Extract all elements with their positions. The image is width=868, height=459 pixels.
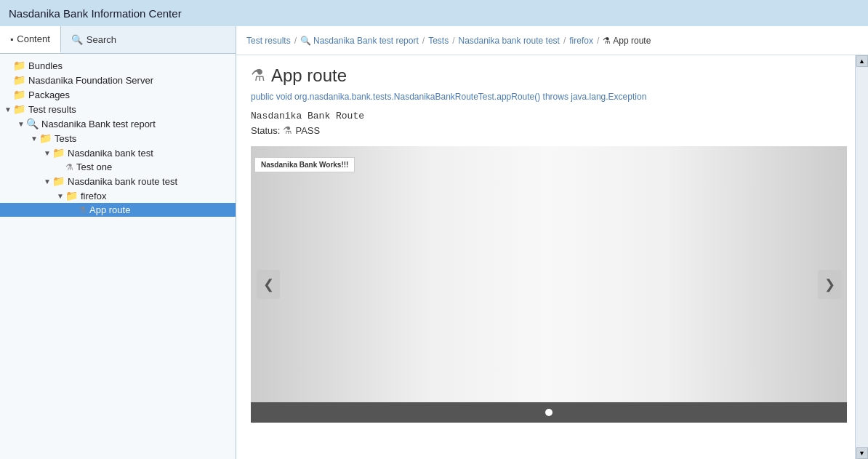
tree-indent xyxy=(0,89,4,100)
sidebar-tabs: ▪ Content 🔍 Search xyxy=(0,26,236,54)
breadcrumb-item-nasdanika-bank-route-test[interactable]: Nasdanika bank route test xyxy=(458,36,559,46)
tree-item-test-one[interactable]: ⚗Test one xyxy=(0,160,236,174)
breadcrumb-label: firefox xyxy=(569,36,593,46)
right-scrollbar[interactable]: ▲ ▼ xyxy=(855,55,868,459)
folder-icon: 📁 xyxy=(52,175,65,187)
tree-toggle: ▼ xyxy=(31,135,39,143)
breadcrumb-item-firefox[interactable]: firefox xyxy=(569,36,593,46)
tree-indent xyxy=(0,133,31,144)
breadcrumb-item-nasdanika-bank-test-report[interactable]: 🔍Nasdanika Bank test report xyxy=(300,36,419,46)
tree-item-nasdanika-bank-test-report[interactable]: ▼🔍Nasdanika Bank test report xyxy=(0,116,236,131)
screenshot-carousel: Nasdanika Bank Works!!! ❮ ❯ xyxy=(251,146,847,423)
page-title-icon: ⚗ xyxy=(251,66,265,85)
tree-item-label: App route xyxy=(89,204,130,215)
tree-indent xyxy=(0,75,4,86)
breadcrumb-item-app-route: ⚗App route xyxy=(603,36,651,46)
breadcrumb-label: Test results xyxy=(246,36,291,46)
tree-toggle: ▼ xyxy=(17,120,26,128)
main-content: ⚗ App route public void org.nasdanika.ba… xyxy=(236,55,855,459)
tree-item-tests[interactable]: ▼📁Tests xyxy=(0,131,236,145)
breadcrumb-item-tests[interactable]: Tests xyxy=(428,36,449,46)
test-icon: ⚗ xyxy=(79,205,87,215)
tree-indent xyxy=(0,119,17,129)
folder-icon: 📁 xyxy=(13,74,25,86)
tree-item-label: Nasdanika Bank test report xyxy=(41,119,156,129)
scroll-track xyxy=(856,67,868,447)
bank-route-text: Nasdanika Bank Route xyxy=(251,111,840,121)
content-tab-icon: ▪ xyxy=(10,34,13,44)
tree-item-label: Packages xyxy=(28,89,70,100)
search-icon: 🔍 xyxy=(71,34,83,45)
app-title: Nasdanika Bank Information Center xyxy=(9,7,182,20)
tree-item-label: Test results xyxy=(28,104,76,115)
breadcrumb-label: App route xyxy=(613,36,651,46)
breadcrumb-label: Nasdanika bank route test xyxy=(458,36,559,46)
sidebar: ▪ Content 🔍 Search 📁Bundles 📁Nasdanika F… xyxy=(0,26,236,459)
carousel-dot-1[interactable] xyxy=(545,409,552,416)
status-label: Status: xyxy=(251,125,280,136)
tree-item-label: Nasdanika bank route test xyxy=(68,176,177,187)
breadcrumb-separator: / xyxy=(294,36,297,46)
tree-item-label: Nasdanika bank test xyxy=(68,148,153,159)
breadcrumb-item-test-results[interactable]: Test results xyxy=(246,36,291,46)
tree-toggle: ▼ xyxy=(44,177,52,185)
scroll-up-button[interactable]: ▲ xyxy=(856,55,868,67)
tree-item-packages[interactable]: 📁Packages xyxy=(0,87,236,102)
page-title: App route xyxy=(271,65,347,86)
tree-indent xyxy=(0,191,57,201)
method-signature[interactable]: public void org.nasdanika.bank.tests.Nas… xyxy=(251,92,840,102)
sidebar-tree: 📁Bundles 📁Nasdanika Foundation Server 📁P… xyxy=(0,54,236,459)
search-folder-icon: 🔍 xyxy=(26,118,39,129)
test-icon: ⚗ xyxy=(65,162,73,172)
tree-toggle: ▼ xyxy=(44,149,52,157)
carousel-prev-button[interactable]: ❮ xyxy=(257,270,280,299)
tree-item-app-route[interactable]: ⚗App route xyxy=(0,203,236,217)
tree-item-firefox[interactable]: ▼📁firefox xyxy=(0,188,236,203)
tree-item-label: firefox xyxy=(81,191,106,201)
tree-item-bundles[interactable]: 📁Bundles xyxy=(0,58,236,73)
carousel-inner: Nasdanika Bank Works!!! xyxy=(251,146,847,423)
tree-toggle: ▼ xyxy=(57,192,65,200)
tree-item-nasdanika-foundation-server[interactable]: 📁Nasdanika Foundation Server xyxy=(0,73,236,87)
tree-toggle: ▼ xyxy=(4,105,13,113)
scroll-down-button[interactable]: ▼ xyxy=(856,447,868,459)
tree-indent xyxy=(0,176,44,187)
tree-item-nasdanika-bank-route-test[interactable]: ▼📁Nasdanika bank route test xyxy=(0,174,236,188)
tree-item-nasdanika-bank-test[interactable]: ▼📁Nasdanika bank test xyxy=(0,145,236,160)
breadcrumb-separator: / xyxy=(597,36,599,46)
content-area: Test results/🔍Nasdanika Bank test report… xyxy=(236,26,868,459)
main-layout: ▪ Content 🔍 Search 📁Bundles 📁Nasdanika F… xyxy=(0,26,868,459)
tab-search-label: Search xyxy=(87,34,116,45)
carousel-next-button[interactable]: ❯ xyxy=(818,270,841,299)
status-value: PASS xyxy=(295,125,320,136)
tree-item-label: Test one xyxy=(76,161,112,172)
tree-item-label: Tests xyxy=(55,133,76,144)
tree-item-label: Bundles xyxy=(28,60,63,71)
tree-indent xyxy=(0,148,44,159)
folder-icon: 📁 xyxy=(13,103,25,115)
folder-icon: 📁 xyxy=(65,190,78,201)
status-row: Status: ⚗ PASS xyxy=(251,124,840,136)
tab-content[interactable]: ▪ Content xyxy=(0,26,61,53)
page-title-row: ⚗ App route xyxy=(251,65,840,86)
folder-icon: 📁 xyxy=(13,60,25,71)
status-icon: ⚗ xyxy=(283,124,292,136)
tree-indent xyxy=(0,161,57,172)
tree-indent xyxy=(0,60,4,71)
tree-item-label: Nasdanika Foundation Server xyxy=(28,75,153,86)
screenshot-preview: Nasdanika Bank Works!!! xyxy=(254,157,355,172)
breadcrumb-test-icon: ⚗ xyxy=(603,36,611,46)
title-bar: Nasdanika Bank Information Center xyxy=(0,0,868,26)
tree-item-test-results[interactable]: ▼📁Test results xyxy=(0,102,236,116)
breadcrumb-separator: / xyxy=(422,36,425,46)
breadcrumb-label: Tests xyxy=(428,36,449,46)
breadcrumb-label: Nasdanika Bank test report xyxy=(313,36,419,46)
tree-indent xyxy=(0,204,70,215)
tab-search[interactable]: 🔍 Search xyxy=(61,26,126,53)
breadcrumb: Test results/🔍Nasdanika Bank test report… xyxy=(236,26,868,55)
tab-content-label: Content xyxy=(17,33,50,44)
breadcrumb-separator: / xyxy=(452,36,454,46)
carousel-indicators xyxy=(251,402,847,423)
folder-icon: 📁 xyxy=(13,89,25,100)
folder-icon: 📁 xyxy=(52,147,65,159)
